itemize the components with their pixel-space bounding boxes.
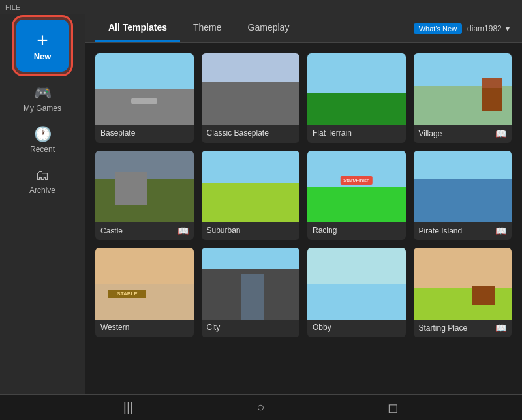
tab-gameplay[interactable]: Gameplay bbox=[235, 14, 303, 42]
username-display[interactable]: diam1982 ▼ bbox=[467, 24, 512, 33]
sidebar-item-archive[interactable]: 🗂 Archive bbox=[0, 162, 85, 200]
template-thumb-city bbox=[202, 248, 300, 320]
sidebar-item-recent-label: Recent bbox=[30, 145, 55, 154]
tab-theme[interactable]: Theme bbox=[180, 14, 235, 42]
template-thumb-flat bbox=[307, 53, 406, 125]
template-thumb-pirate bbox=[414, 151, 512, 222]
sidebar: + New 🎮 My Games 🕐 Recent 🗂 Archive bbox=[0, 14, 85, 394]
template-name-classic: Classic Baseplate bbox=[207, 128, 269, 138]
top-bar: FILE bbox=[0, 0, 522, 14]
template-info-racing: Racing bbox=[307, 222, 406, 239]
template-name-starting-place: Starting Place bbox=[419, 323, 468, 333]
template-card-western[interactable]: Western bbox=[95, 248, 194, 337]
template-info-castle: Castle 📖 bbox=[95, 222, 194, 240]
template-info-baseplate: Baseplate bbox=[95, 125, 194, 142]
template-card-baseplate[interactable]: Baseplate bbox=[95, 53, 194, 143]
nav-back-icon[interactable]: ◻ bbox=[388, 400, 399, 415]
template-name-village: Village bbox=[419, 129, 442, 138]
plus-icon: + bbox=[37, 31, 48, 50]
archive-icon: 🗂 bbox=[35, 167, 50, 184]
template-info-pirate: Pirate Island 📖 bbox=[414, 222, 512, 240]
template-name-flat: Flat Terrain bbox=[313, 128, 352, 138]
content-header: All Templates Theme Gameplay What's New … bbox=[85, 14, 522, 43]
template-card-flat-terrain[interactable]: Flat Terrain bbox=[307, 53, 406, 143]
template-info-city: City bbox=[202, 320, 300, 336]
whats-new-badge[interactable]: What's New bbox=[414, 23, 462, 34]
tab-bar: All Templates Theme Gameplay bbox=[95, 14, 302, 42]
book-icon-castle: 📖 bbox=[177, 226, 189, 236]
file-menu-label[interactable]: FILE bbox=[5, 3, 20, 11]
template-info-flat: Flat Terrain bbox=[307, 125, 406, 142]
template-thumb-baseplate bbox=[95, 53, 194, 125]
template-info-village: Village 📖 bbox=[414, 125, 512, 143]
template-name-western: Western bbox=[100, 323, 129, 332]
template-info-western: Western bbox=[95, 320, 194, 336]
template-name-obby: Obby bbox=[313, 323, 331, 332]
template-info-obby: Obby bbox=[307, 320, 406, 336]
content-area: All Templates Theme Gameplay What's New … bbox=[85, 14, 522, 394]
recent-icon: 🕐 bbox=[34, 126, 52, 143]
template-card-obby[interactable]: Obby bbox=[307, 248, 406, 337]
template-name-racing: Racing bbox=[313, 226, 337, 235]
template-info-starting-place: Starting Place 📖 bbox=[414, 320, 512, 337]
template-name-city: City bbox=[207, 323, 221, 332]
new-button-label: New bbox=[34, 52, 52, 61]
template-card-racing[interactable]: Racing bbox=[307, 151, 406, 240]
book-icon-starting-place: 📖 bbox=[495, 323, 506, 333]
template-name-suburban: Suburban bbox=[207, 226, 241, 235]
my-games-icon: 🎮 bbox=[34, 85, 52, 102]
nav-home-icon[interactable]: ○ bbox=[256, 400, 264, 415]
template-thumb-suburban bbox=[202, 151, 300, 222]
new-button[interactable]: + New bbox=[16, 20, 69, 72]
nav-menu-icon[interactable]: ||| bbox=[123, 400, 134, 415]
template-thumb-castle bbox=[95, 151, 194, 222]
template-card-suburban[interactable]: Suburban bbox=[202, 151, 300, 240]
template-thumb-classic bbox=[202, 53, 300, 125]
template-name-baseplate: Baseplate bbox=[100, 128, 135, 138]
template-thumb-western bbox=[95, 248, 194, 320]
book-icon-pirate: 📖 bbox=[495, 226, 506, 236]
template-card-city[interactable]: City bbox=[202, 248, 300, 337]
template-thumb-racing bbox=[307, 151, 406, 222]
template-name-castle: Castle bbox=[100, 226, 123, 235]
sidebar-item-archive-label: Archive bbox=[29, 186, 55, 195]
template-grid: Baseplate Classic Baseplate Flat Terrain bbox=[85, 43, 522, 394]
template-card-classic-baseplate[interactable]: Classic Baseplate bbox=[202, 53, 300, 143]
template-name-pirate: Pirate Island bbox=[419, 226, 463, 235]
tab-all-templates[interactable]: All Templates bbox=[95, 14, 180, 42]
template-card-pirate-island[interactable]: Pirate Island 📖 bbox=[414, 151, 512, 240]
template-card-castle[interactable]: Castle 📖 bbox=[95, 151, 194, 240]
book-icon-village: 📖 bbox=[495, 128, 506, 139]
sidebar-item-recent[interactable]: 🕐 Recent bbox=[0, 121, 85, 159]
template-info-suburban: Suburban bbox=[202, 222, 300, 239]
template-card-village[interactable]: Village 📖 bbox=[414, 53, 512, 143]
sidebar-item-my-games-label: My Games bbox=[23, 104, 61, 113]
template-info-classic: Classic Baseplate bbox=[202, 125, 300, 142]
user-area: What's New diam1982 ▼ bbox=[414, 23, 512, 34]
template-thumb-starting-place bbox=[414, 248, 512, 320]
template-thumb-obby bbox=[307, 248, 406, 320]
template-thumb-village bbox=[414, 53, 512, 125]
sidebar-item-my-games[interactable]: 🎮 My Games bbox=[0, 80, 85, 118]
template-card-starting-place[interactable]: Starting Place 📖 bbox=[414, 248, 512, 337]
bottom-nav-bar: ||| ○ ◻ bbox=[0, 394, 522, 420]
